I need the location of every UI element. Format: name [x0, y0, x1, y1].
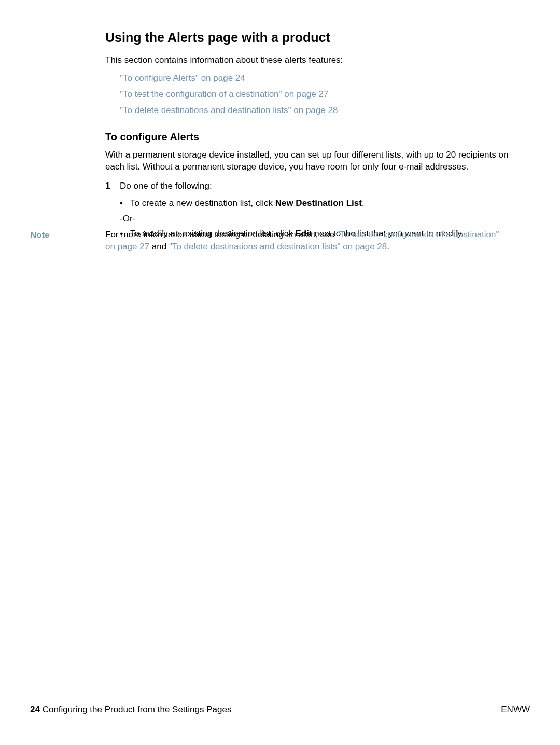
link-configure-alerts[interactable]: "To configure Alerts" on page 24 [120, 73, 509, 85]
page-footer: 24 Configuring the Product from the Sett… [30, 705, 530, 715]
bullet-post: . [362, 198, 365, 208]
note-pre: For more information about testing or de… [105, 230, 337, 240]
step-body: Do one of the following: [120, 180, 509, 192]
paragraph-storage: With a permanent storage device installe… [105, 149, 509, 173]
page-number: 24 [30, 705, 40, 714]
note-label: Note [30, 230, 50, 241]
note-link-delete[interactable]: "To delete destinations and destination … [169, 242, 387, 251]
link-delete-destinations[interactable]: "To delete destinations and destination … [120, 105, 509, 117]
main-content: Using the Alerts page with a product Thi… [105, 30, 509, 244]
footer-left: 24 Configuring the Product from the Sett… [30, 705, 231, 715]
bullet-bold: New Destination List [275, 198, 362, 208]
bullet-mark-icon: • [120, 198, 130, 209]
note-rule-top [30, 224, 97, 224]
chapter-title: Configuring the Product from the Setting… [40, 705, 231, 714]
step-1: 1 Do one of the following: [105, 180, 509, 192]
bullet-pre: To create a new destination list, click [130, 198, 275, 208]
note-rule-bottom [30, 244, 97, 244]
note-post: . [387, 242, 389, 251]
intro-paragraph: This section contains information about … [105, 54, 509, 66]
note-body: For more information about testing or de… [105, 229, 509, 253]
note-mid: and [149, 242, 169, 251]
heading-1: Using the Alerts page with a product [105, 30, 509, 45]
link-test-destination[interactable]: "To test the configuration of a destinat… [120, 89, 509, 101]
bullet-text: To create a new destination list, click … [130, 198, 365, 209]
toc-links: "To configure Alerts" on page 24 "To tes… [120, 73, 509, 117]
heading-2: To configure Alerts [105, 131, 509, 143]
step-number: 1 [105, 180, 120, 192]
footer-right: ENWW [501, 705, 530, 715]
bullet-create-list: • To create a new destination list, clic… [120, 198, 509, 209]
or-separator: -Or- [120, 214, 509, 224]
page: Using the Alerts page with a product Thi… [0, 0, 560, 745]
